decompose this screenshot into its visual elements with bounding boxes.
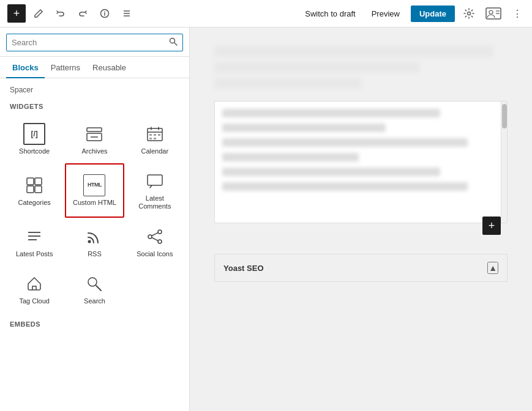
search-input[interactable] bbox=[12, 38, 169, 47]
title-line-1 bbox=[214, 46, 493, 57]
rss-icon bbox=[83, 226, 105, 248]
svg-rect-21 bbox=[154, 134, 156, 136]
toolbar-right: Switch to draft Preview Update ⋮ bbox=[300, 5, 525, 22]
user-avatar-button[interactable] bbox=[483, 5, 504, 22]
editor-content bbox=[215, 102, 507, 203]
latest-comments-block[interactable]: Latest Comments bbox=[126, 163, 184, 217]
toolbar-left: + bbox=[7, 4, 136, 23]
embeds-section-label: EMBEDS bbox=[0, 314, 189, 331]
info-button[interactable] bbox=[96, 4, 114, 23]
svg-point-33 bbox=[88, 240, 91, 243]
search-icon bbox=[169, 37, 178, 46]
archives-icon bbox=[83, 123, 105, 145]
rss-label: RSS bbox=[88, 250, 102, 258]
sidebar-content[interactable]: Spacer WIDGETS [/] Shortcode bbox=[0, 78, 189, 411]
svg-rect-22 bbox=[158, 134, 160, 136]
search-block[interactable]: Search bbox=[65, 266, 124, 312]
editor-scrollbar-thumb bbox=[502, 104, 507, 128]
latest-posts-label: Latest Posts bbox=[16, 250, 53, 258]
more-options-button[interactable]: ⋮ bbox=[510, 6, 525, 22]
svg-line-12 bbox=[174, 43, 177, 45]
calendar-label: Calendar bbox=[141, 147, 169, 155]
svg-rect-29 bbox=[148, 175, 162, 185]
svg-rect-23 bbox=[149, 138, 152, 139]
content-area[interactable]: + Yoast SEO ▲ bbox=[190, 28, 532, 411]
latest-posts-icon bbox=[23, 226, 45, 248]
search-submit-button[interactable] bbox=[169, 37, 178, 48]
svg-point-8 bbox=[489, 10, 493, 14]
add-block-button[interactable]: + bbox=[482, 217, 501, 235]
tag-cloud-icon bbox=[23, 273, 45, 295]
editor-block[interactable]: + bbox=[214, 101, 508, 223]
tab-reusable[interactable]: Reusable bbox=[86, 57, 132, 78]
title-line-2 bbox=[214, 62, 419, 73]
svg-rect-13 bbox=[87, 128, 102, 131]
categories-label: Categories bbox=[18, 199, 51, 207]
latest-posts-block[interactable]: Latest Posts bbox=[5, 219, 64, 265]
sidebar-tabs: Blocks Patterns Reusable bbox=[0, 57, 189, 78]
calendar-block[interactable]: Calendar bbox=[126, 116, 184, 162]
custom-html-icon: HTML bbox=[83, 174, 105, 196]
categories-block[interactable]: Categories bbox=[5, 163, 64, 217]
svg-point-39 bbox=[88, 278, 97, 286]
tag-cloud-label: Tag Cloud bbox=[19, 297, 50, 305]
post-title-area bbox=[214, 46, 508, 89]
spacer-block-item[interactable]: Spacer bbox=[0, 83, 189, 97]
blocks-grid: [/] Shortcode Archives bbox=[0, 114, 189, 314]
svg-rect-28 bbox=[35, 186, 42, 193]
svg-point-35 bbox=[158, 240, 162, 243]
shortcode-block[interactable]: [/] Shortcode bbox=[5, 116, 64, 162]
rss-block[interactable]: RSS bbox=[65, 219, 124, 265]
redo-button[interactable] bbox=[73, 4, 92, 23]
user-icon bbox=[485, 7, 501, 20]
shortcode-icon: [/] bbox=[23, 123, 45, 145]
svg-point-2 bbox=[104, 11, 105, 12]
svg-rect-27 bbox=[27, 186, 34, 193]
sidebar: Blocks Patterns Reusable Spacer WIDGETS … bbox=[0, 28, 190, 411]
custom-html-label: Custom HTML bbox=[73, 199, 116, 207]
switch-draft-button[interactable]: Switch to draft bbox=[300, 6, 360, 22]
calendar-icon bbox=[144, 123, 166, 145]
latest-comments-icon bbox=[144, 170, 166, 192]
list-icon bbox=[122, 9, 132, 18]
update-button[interactable]: Update bbox=[411, 6, 455, 22]
gear-icon bbox=[463, 8, 474, 19]
edit-icon-button[interactable] bbox=[29, 4, 48, 23]
svg-point-11 bbox=[170, 39, 175, 43]
yoast-label: Yoast SEO bbox=[223, 264, 264, 273]
latest-comments-label: Latest Comments bbox=[130, 194, 180, 210]
custom-html-block[interactable]: HTML Custom HTML bbox=[65, 163, 124, 217]
svg-point-36 bbox=[148, 235, 152, 239]
tag-cloud-block[interactable]: Tag Cloud bbox=[5, 266, 64, 312]
svg-rect-24 bbox=[154, 138, 156, 139]
settings-button[interactable] bbox=[461, 6, 477, 21]
list-view-button[interactable] bbox=[118, 4, 136, 23]
tab-blocks[interactable]: Blocks bbox=[6, 57, 45, 78]
widgets-section-label: WIDGETS bbox=[0, 97, 189, 114]
pencil-icon bbox=[34, 9, 43, 18]
editor-scrollbar[interactable] bbox=[501, 102, 507, 223]
add-block-toolbar-button[interactable]: + bbox=[7, 4, 26, 23]
yoast-panel: Yoast SEO ▲ bbox=[214, 254, 508, 282]
title-line-3 bbox=[214, 78, 361, 89]
svg-rect-26 bbox=[35, 178, 42, 185]
svg-point-34 bbox=[158, 230, 162, 234]
archives-block[interactable]: Archives bbox=[65, 116, 124, 162]
shortcode-label: Shortcode bbox=[19, 147, 50, 155]
info-icon bbox=[100, 9, 110, 18]
top-toolbar: + bbox=[0, 0, 532, 28]
svg-line-37 bbox=[152, 232, 158, 235]
svg-point-6 bbox=[468, 12, 471, 15]
tab-patterns[interactable]: Patterns bbox=[45, 57, 86, 78]
yoast-toggle-button[interactable]: ▲ bbox=[487, 262, 498, 274]
undo-button[interactable] bbox=[51, 4, 70, 23]
social-icons-block[interactable]: Social Icons bbox=[126, 219, 184, 265]
main-layout: Blocks Patterns Reusable Spacer WIDGETS … bbox=[0, 28, 532, 411]
social-icons-label: Social Icons bbox=[137, 250, 173, 258]
categories-icon bbox=[23, 174, 45, 196]
search-box bbox=[6, 34, 183, 51]
undo-icon bbox=[56, 9, 66, 18]
svg-rect-25 bbox=[27, 178, 34, 185]
preview-button[interactable]: Preview bbox=[367, 6, 405, 22]
search-block-label: Search bbox=[84, 297, 105, 305]
